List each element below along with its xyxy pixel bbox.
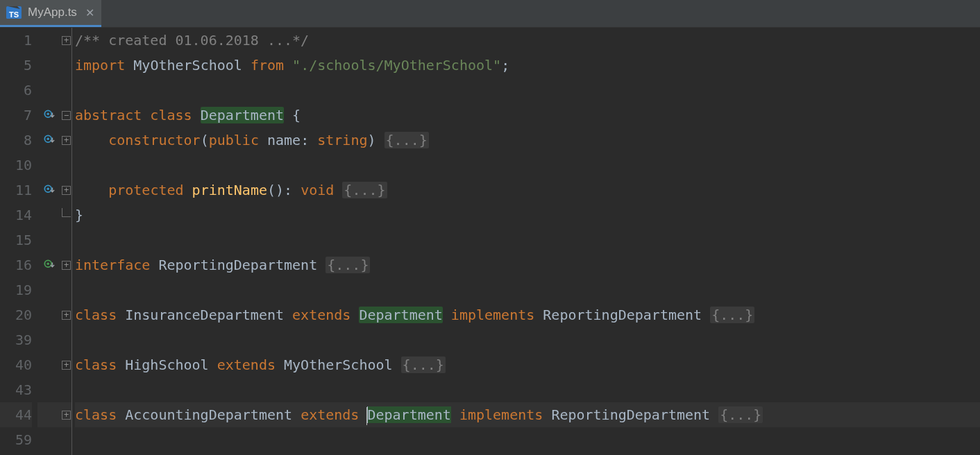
code-line[interactable]: interface ReportingDepartment {...} xyxy=(75,252,980,277)
code-token: constructor xyxy=(108,132,200,148)
code-token: AccountingDepartment xyxy=(125,406,301,423)
line-number-gutter: 15678101114151619203940434459 xyxy=(0,28,37,455)
code-token: {...} xyxy=(710,307,754,323)
tab-filename: MyApp.ts xyxy=(28,6,77,19)
code-token: printName xyxy=(192,182,267,198)
gutter-mark-cell xyxy=(37,302,61,327)
code-token: implements xyxy=(451,406,552,423)
implements-gutter-icon[interactable] xyxy=(44,259,55,271)
fold-end-icon xyxy=(62,208,71,217)
fold-expand-icon[interactable]: + xyxy=(62,261,71,270)
code-editor[interactable]: 15678101114151619203940434459 +−++++++ /… xyxy=(0,28,980,455)
fold-cell: + xyxy=(61,302,71,327)
code-token: {...} xyxy=(326,257,370,273)
code-token: string xyxy=(317,132,367,148)
line-number: 20 xyxy=(0,302,32,327)
code-line[interactable] xyxy=(75,78,980,103)
code-token: { xyxy=(284,107,301,123)
code-line[interactable]: constructor(public name: string) {...} xyxy=(75,128,980,153)
gutter-mark-cell xyxy=(37,402,61,427)
fold-cell: + xyxy=(61,402,71,427)
line-number: 14 xyxy=(0,203,32,228)
fold-expand-icon[interactable]: + xyxy=(62,36,71,45)
fold-cell xyxy=(61,327,71,352)
code-line[interactable]: abstract class Department { xyxy=(75,103,980,128)
fold-cell: + xyxy=(61,252,71,277)
code-token: import xyxy=(75,57,133,74)
fold-cell: + xyxy=(61,28,71,53)
code-token: void xyxy=(301,182,342,198)
code-token: interface xyxy=(75,257,158,273)
code-token: HighSchool xyxy=(125,357,217,373)
line-number: 44 xyxy=(0,402,32,427)
line-number: 11 xyxy=(0,178,32,203)
fold-expand-icon[interactable]: + xyxy=(62,186,71,195)
code-token: ( xyxy=(201,132,209,148)
line-number: 16 xyxy=(0,252,32,277)
fold-expand-icon[interactable]: + xyxy=(62,411,71,420)
code-line[interactable]: } xyxy=(75,203,980,228)
code-line[interactable]: class AccountingDepartment extends Depar… xyxy=(75,402,980,427)
fold-cell xyxy=(61,53,71,78)
override-gutter-icon[interactable] xyxy=(44,184,55,196)
code-line[interactable] xyxy=(75,377,980,402)
code-token: {...} xyxy=(385,132,429,148)
code-area[interactable]: /** created 01.06.2018 ...*/import MyOth… xyxy=(72,28,980,455)
fold-cell xyxy=(61,153,71,178)
code-line[interactable]: class HighSchool extends MyOtherSchool {… xyxy=(75,352,980,377)
gutter-mark-cell xyxy=(37,53,61,78)
fold-cell: + xyxy=(61,128,71,153)
code-token: extends xyxy=(301,406,367,423)
code-token: ReportingDepartment xyxy=(543,307,710,323)
fold-expand-icon[interactable]: + xyxy=(62,361,71,370)
gutter-mark-cell xyxy=(37,252,61,277)
gutter-mark-cell xyxy=(37,352,61,377)
fold-expand-icon[interactable]: + xyxy=(62,311,71,320)
tab-myapp[interactable]: TS MyApp.ts ✕ xyxy=(0,0,101,27)
code-line[interactable] xyxy=(75,277,980,302)
text-caret xyxy=(366,407,367,425)
gutter-mark-cell xyxy=(37,327,61,352)
code-token: MyOtherSchool xyxy=(133,57,251,74)
code-line[interactable]: class InsuranceDepartment extends Depart… xyxy=(75,302,980,327)
fold-collapse-icon[interactable]: − xyxy=(62,111,71,120)
code-token: {...} xyxy=(401,357,446,373)
gutter-mark-cell xyxy=(37,28,61,53)
line-number: 1 xyxy=(0,28,32,53)
code-token: class xyxy=(75,357,125,373)
fold-cell xyxy=(61,377,71,402)
code-line[interactable] xyxy=(75,228,980,252)
code-token: protected xyxy=(108,182,192,198)
line-number: 40 xyxy=(0,352,32,377)
code-line[interactable]: protected printName(): void {...} xyxy=(75,178,980,203)
code-line[interactable] xyxy=(75,327,980,352)
code-token: Department xyxy=(201,107,284,123)
fold-cell xyxy=(61,277,71,302)
code-token: ReportingDepartment xyxy=(158,257,326,273)
code-line[interactable] xyxy=(75,153,980,178)
code-token: : xyxy=(301,132,317,148)
code-token: } xyxy=(75,207,83,223)
code-token: "./schools/MyOtherSchool" xyxy=(292,57,501,74)
code-token: class xyxy=(75,406,125,423)
fold-cell: + xyxy=(61,352,71,377)
fold-expand-icon[interactable]: + xyxy=(62,136,71,145)
line-number: 6 xyxy=(0,78,32,103)
svg-point-10 xyxy=(47,262,49,265)
code-token: abstract class xyxy=(75,107,201,123)
line-number: 7 xyxy=(0,103,32,128)
code-line[interactable]: import MyOtherSchool from "./schools/MyO… xyxy=(75,53,980,78)
code-line[interactable] xyxy=(75,427,980,452)
code-line[interactable]: /** created 01.06.2018 ...*/ xyxy=(75,28,980,53)
code-token: implements xyxy=(443,307,543,323)
gutter-mark-cell xyxy=(37,277,61,302)
override-gutter-icon[interactable] xyxy=(44,135,55,146)
code-token: public xyxy=(209,132,267,148)
fold-cell: − xyxy=(61,103,71,128)
code-token: ) xyxy=(367,132,384,148)
line-number: 39 xyxy=(0,327,32,352)
close-tab-icon[interactable]: ✕ xyxy=(83,6,94,19)
fold-cell xyxy=(61,228,71,252)
override-gutter-icon[interactable] xyxy=(44,110,55,121)
code-token: from xyxy=(251,57,292,74)
